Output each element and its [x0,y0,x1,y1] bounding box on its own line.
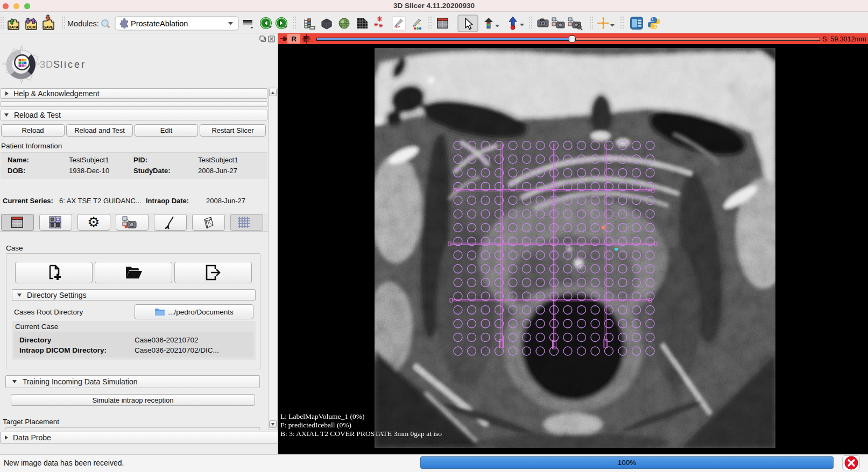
svg-text:DCM: DCM [27,25,36,29]
svg-text:Modules:: Modules: [67,19,99,28]
svg-text:ProstateAblation: ProstateAblation [131,19,188,28]
svg-text:⚙: ⚙ [87,214,100,230]
svg-text:✳: ✳ [379,23,383,28]
svg-text:✳: ✳ [374,22,378,27]
svg-text:SAVE: SAVE [44,25,54,29]
svg-text:DATA: DATA [9,25,18,29]
